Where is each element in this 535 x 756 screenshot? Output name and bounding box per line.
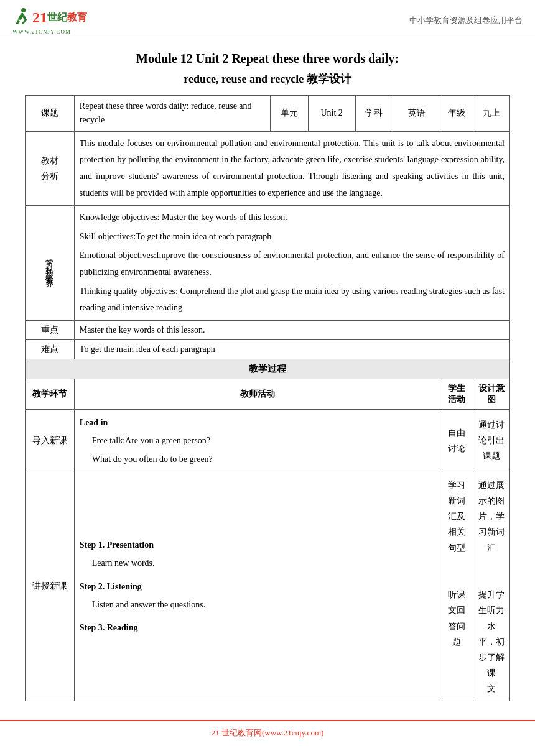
lead-in-bold: Lead in bbox=[80, 413, 435, 431]
difficult-point-label: 难点 bbox=[26, 339, 75, 359]
step3-label: Step 3. Reading bbox=[80, 619, 435, 637]
subject2-label: 学科 bbox=[355, 96, 393, 132]
logo-brand: 21 世纪 教育 bbox=[12, 6, 87, 29]
info-row: 课题 Repeat these three words daily: reduc… bbox=[26, 96, 510, 132]
page-header: 21 世纪 教育 WWW.21CNJY.COM 中小学教育资源及组卷应用平台 bbox=[0, 0, 535, 39]
footer-text: 21 世纪教育网(www.21cnjy.com) bbox=[212, 728, 324, 737]
key-point-content: Master the key words of this lesson. bbox=[74, 320, 509, 339]
difficult-point-content: To get the main idea of each paragraph bbox=[74, 339, 509, 359]
step-label-main: 讲授新课 bbox=[26, 472, 75, 701]
lead-in-student: 自由讨论 bbox=[440, 409, 473, 472]
obj-4: Thinking quality objectives: Comprehend … bbox=[80, 284, 505, 316]
obj-3: Emotional objectives:Improve the conscio… bbox=[80, 247, 505, 280]
page-subtitle: reduce, reuse and recycle 教学设计 bbox=[25, 71, 510, 86]
col-header-1: 教学环节 bbox=[26, 379, 75, 409]
subject-value: Repeat these three words daily: reduce, … bbox=[74, 96, 270, 132]
process-header-row: 教学过程 bbox=[26, 359, 510, 379]
unit-label: 单元 bbox=[271, 96, 308, 132]
header-tagline: 中小学教育资源及组卷应用平台 bbox=[409, 15, 523, 26]
lesson-plan-table: 课题 Repeat these three words daily: reduc… bbox=[25, 95, 510, 701]
objectives-label: 学习目标与核心素养 bbox=[26, 206, 75, 321]
step2-detail: Listen and answer the questions. bbox=[80, 596, 435, 614]
step1-detail: Learn new words. bbox=[80, 554, 435, 572]
main-content: Module 12 Unit 2 Repeat these three word… bbox=[0, 39, 535, 714]
main-student: 学习新词 汇及相关句型 听课文回答问 题 bbox=[440, 472, 473, 701]
analysis-content: This module focuses on environmental pol… bbox=[74, 131, 509, 205]
subject2-value: 英语 bbox=[393, 96, 440, 132]
logo-21: 21 bbox=[32, 9, 47, 26]
col-header-2: 教师活动 bbox=[74, 379, 440, 409]
step2-label: Step 2. Listening bbox=[80, 578, 435, 596]
analysis-row: 教材 分析 This module focuses on environment… bbox=[26, 131, 510, 205]
lead-in-design: 通过讨论引出 课题 bbox=[473, 409, 509, 472]
teaching-row-lead-in: 导入新课 Lead in Free talk:Are you a green p… bbox=[26, 409, 510, 472]
step-label-lead-in: 导入新课 bbox=[26, 409, 75, 472]
col-header-3: 学生活动 bbox=[440, 379, 473, 409]
process-header: 教学过程 bbox=[26, 359, 510, 379]
logo-edu: 教育 bbox=[67, 11, 87, 24]
logo-century: 世纪 bbox=[47, 11, 67, 24]
page-footer: 21 世纪教育网(www.21cnjy.com) bbox=[0, 720, 535, 745]
col-header-row: 教学环节 教师活动 学生活动 设计意图 bbox=[26, 379, 510, 409]
grade-label: 年级 bbox=[440, 96, 473, 132]
col-header-4: 设计意图 bbox=[473, 379, 509, 409]
objectives-content: Knowledge objectives: Master the key wor… bbox=[74, 206, 509, 321]
teaching-row-main: 讲授新课 Step 1. Presentation Learn new word… bbox=[26, 472, 510, 701]
lead-in-activities: Lead in Free talk:Are you a green person… bbox=[74, 409, 440, 472]
lead-in-talk1: Free talk:Are you a green person? bbox=[80, 431, 435, 449]
lead-in-talk2: What do you often do to be green? bbox=[80, 450, 435, 468]
main-activities: Step 1. Presentation Learn new words. St… bbox=[74, 472, 440, 701]
subject-label: 课题 bbox=[26, 96, 75, 132]
unit-value: Unit 2 bbox=[308, 96, 355, 132]
analysis-label: 教材 分析 bbox=[26, 131, 75, 205]
obj-2: Skill objectives:To get the main idea of… bbox=[80, 229, 505, 246]
page-title: Module 12 Unit 2 Repeat these three word… bbox=[25, 49, 510, 68]
svg-point-0 bbox=[21, 8, 26, 12]
objectives-row: 学习目标与核心素养 Knowledge objectives: Master t… bbox=[26, 206, 510, 321]
logo-area: 21 世纪 教育 WWW.21CNJY.COM bbox=[12, 6, 87, 35]
obj-1: Knowledge objectives: Master the key wor… bbox=[80, 210, 505, 226]
step1-label: Step 1. Presentation bbox=[80, 536, 435, 554]
difficult-point-row: 难点 To get the main idea of each paragrap… bbox=[26, 339, 510, 359]
main-design: 通过展示的图 片，学习新词汇 提升学生听力水 平，初步了解课 文 bbox=[473, 472, 509, 701]
key-point-row: 重点 Master the key words of this lesson. bbox=[26, 320, 510, 339]
grade-value: 九上 bbox=[473, 96, 509, 132]
key-point-label: 重点 bbox=[26, 320, 75, 339]
runner-icon bbox=[12, 7, 31, 30]
